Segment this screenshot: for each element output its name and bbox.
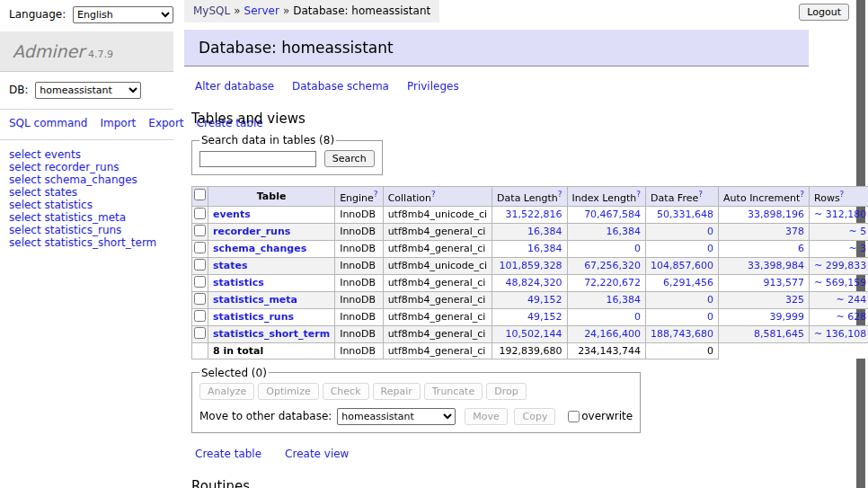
cell-auto-increment-link[interactable]: 6 (723, 243, 804, 254)
select-all-checkbox[interactable] (194, 189, 206, 200)
row-checkbox[interactable] (194, 208, 206, 219)
sidebar-link-select-schema-changes[interactable]: select schema_changes (9, 173, 164, 186)
cell-index-length-link[interactable]: 24,166,400 (572, 328, 642, 340)
move-db-select[interactable]: homeassistant (337, 408, 456, 425)
column-hint-link[interactable]: ? (840, 190, 845, 199)
search-button[interactable]: Search (324, 150, 375, 167)
create-link-create-view[interactable]: Create view (285, 448, 349, 460)
cell-data-length-link[interactable]: 10,502,144 (497, 328, 562, 340)
cell-data-free-link[interactable]: 6,291,456 (651, 277, 713, 288)
cell-index-length-link[interactable]: 67,256,320 (572, 260, 642, 271)
sidebar-link-select-recorder-runs[interactable]: select recorder_runs (9, 161, 164, 173)
cell-rows-link[interactable]: ~ 3 (814, 243, 866, 254)
bulk-truncate-button[interactable]: Truncate (424, 383, 483, 400)
breadcrumb-item-mysql[interactable]: MySQL (193, 4, 230, 17)
cell-index-length-link[interactable]: 16,384 (572, 226, 642, 237)
column-hint-link[interactable]: ? (374, 190, 378, 199)
logout-button[interactable]: Logout (799, 4, 849, 21)
cell-data-free-link[interactable]: 50,331,648 (651, 209, 713, 220)
cell-data-free-link[interactable]: 0 (651, 243, 713, 254)
column-hint-link[interactable]: ? (698, 190, 703, 199)
cell-data-free-link[interactable]: 0 (651, 294, 713, 306)
breadcrumb-item-server[interactable]: Server (244, 4, 279, 17)
bulk-drop-button[interactable]: Drop (486, 383, 526, 400)
cell-auto-increment-link[interactable]: 39,999 (723, 311, 804, 323)
cell-index-length-link[interactable]: 16,384 (572, 294, 642, 306)
cell-index-length-link[interactable]: 72,220,672 (572, 277, 642, 288)
cell-data-length-link[interactable]: 31,522,816 (497, 209, 562, 220)
cell-auto-increment-link[interactable]: 325 (723, 294, 804, 306)
sidebar-link-select-events[interactable]: select events (9, 148, 164, 161)
db-select[interactable]: homeassistant (35, 82, 141, 99)
cell-data-free-link[interactable]: 0 (651, 226, 713, 237)
search-input[interactable] (199, 151, 316, 167)
cell-data-length-link[interactable]: 16,384 (497, 243, 562, 254)
cell-rows-link[interactable]: ~ 569,159 (814, 277, 866, 288)
overwrite-checkbox[interactable] (568, 411, 580, 422)
move-button[interactable]: Move (465, 408, 508, 425)
db-action-alter-database[interactable]: Alter database (195, 80, 274, 93)
create-link-create-table[interactable]: Create table (195, 448, 261, 460)
table-name-link[interactable]: statistics_runs (213, 311, 294, 323)
sidebar-link-select-states[interactable]: select states (9, 186, 164, 199)
table-name-link[interactable]: states (213, 260, 248, 271)
sidebar-action-export[interactable]: Export (148, 117, 183, 129)
cell-index-length-link[interactable]: 0 (572, 243, 642, 254)
table-name-link[interactable]: statistics_meta (213, 294, 297, 306)
row-checkbox[interactable] (194, 276, 206, 288)
cell-engine: InnoDB (335, 223, 383, 240)
cell-auto-increment-link[interactable]: 8,581,645 (723, 328, 804, 340)
table-name-link[interactable]: statistics_short_term (213, 328, 330, 340)
sidebar-action-sql-command[interactable]: SQL command (9, 117, 87, 129)
sidebar-link-select-statistics-runs[interactable]: select statistics_runs (9, 224, 164, 236)
cell-data-free-link[interactable]: 0 (651, 311, 713, 323)
table-name-link[interactable]: statistics (213, 277, 264, 288)
column-hint-link[interactable]: ? (636, 190, 641, 199)
db-action-privileges[interactable]: Privileges (407, 80, 459, 93)
table-name-link[interactable]: schema_changes (213, 243, 306, 254)
cell-index-length-link[interactable]: 70,467,584 (572, 209, 642, 220)
table-name-link[interactable]: events (213, 209, 251, 220)
cell-rows-link[interactable]: ~ 244 (814, 294, 866, 306)
breadcrumb-separator: » (283, 4, 289, 17)
sidebar-link-select-statistics[interactable]: select statistics (9, 199, 164, 211)
row-checkbox[interactable] (194, 327, 206, 339)
column-hint-link[interactable]: ? (800, 190, 804, 199)
bulk-analyze-button[interactable]: Analyze (199, 383, 254, 400)
cell-auto-increment-link[interactable]: 378 (723, 226, 804, 237)
cell-auto-increment-link[interactable]: 33,898,196 (723, 209, 804, 220)
cell-rows-link[interactable]: ~ 299,833 (814, 260, 866, 271)
cell-data-length-link[interactable]: 49,152 (497, 294, 562, 306)
column-hint-link[interactable]: ? (558, 190, 562, 199)
cell-data-length-link[interactable]: 16,384 (497, 226, 562, 237)
db-action-database-schema[interactable]: Database schema (292, 80, 389, 93)
table-row: recorder_runsInnoDButf8mb4_general_ci16,… (192, 223, 868, 240)
cell-rows-link[interactable]: ~ 5 (814, 226, 866, 237)
column-hint-link[interactable]: ? (431, 190, 436, 199)
cell-index-length-link[interactable]: 0 (572, 311, 642, 323)
row-checkbox[interactable] (194, 225, 206, 236)
cell-rows-link[interactable]: ~ 312,180 (814, 209, 866, 220)
sidebar-link-select-statistics-short-term[interactable]: select statistics_short_term (9, 236, 164, 249)
sidebar-action-import[interactable]: Import (100, 117, 136, 129)
table-name-link[interactable]: recorder_runs (213, 226, 290, 237)
row-checkbox[interactable] (194, 259, 206, 271)
cell-data-length-link[interactable]: 101,859,328 (497, 260, 562, 271)
row-checkbox[interactable] (194, 310, 206, 322)
cell-rows-link[interactable]: ~ 628 (814, 311, 866, 323)
cell-data-length-link[interactable]: 48,824,320 (497, 277, 562, 288)
sidebar-link-select-statistics-meta[interactable]: select statistics_meta (9, 211, 164, 224)
row-checkbox[interactable] (194, 293, 206, 305)
cell-rows-link[interactable]: ~ 136,108 (814, 328, 866, 340)
cell-data-free-link[interactable]: 104,857,600 (651, 260, 713, 271)
cell-auto-increment-link[interactable]: 33,398,984 (723, 260, 804, 271)
cell-auto-increment-link[interactable]: 913,577 (723, 277, 804, 288)
language-select[interactable]: English (73, 6, 173, 23)
copy-button[interactable]: Copy (514, 408, 555, 425)
cell-data-length-link[interactable]: 49,152 (497, 311, 562, 323)
bulk-check-button[interactable]: Check (323, 383, 369, 400)
bulk-optimize-button[interactable]: Optimize (258, 383, 318, 400)
row-checkbox[interactable] (194, 242, 206, 253)
cell-data-free-link[interactable]: 188,743,680 (651, 328, 713, 340)
bulk-repair-button[interactable]: Repair (373, 383, 421, 400)
